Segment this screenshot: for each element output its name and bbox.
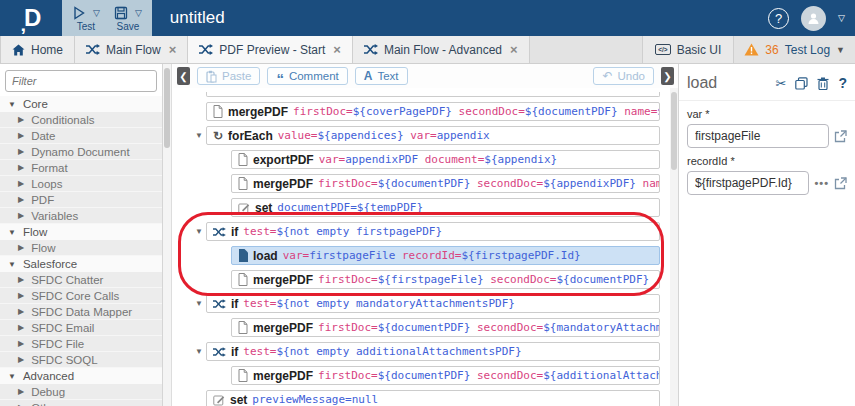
step-parameters: var=firstpageFile recordId=${firstpagePD… [283,249,581,262]
param-name: firstDoc= [293,105,353,118]
param-name: firstDoc= [318,369,378,382]
tree-item-loops[interactable]: ▶Loops [0,176,162,192]
cut-icon[interactable]: ✂ [776,76,787,91]
collapse-caret-icon[interactable]: ▼ [188,126,206,140]
chevron-right-icon: ▶ [18,387,24,396]
tree-item-label: SFDC File [31,338,84,350]
pdf-document-icon [238,153,248,166]
flow-step-partial[interactable] [206,92,660,97]
tree-item-other[interactable]: ▶Other [0,400,162,406]
avatar[interactable] [801,6,826,31]
step-parameters: var=appendixPDF document=${appendix} [319,153,557,166]
flow-step-mergePDF[interactable]: mergePDFfirstDoc=${documentPDF} secondDo… [231,174,660,193]
paste-button[interactable]: Paste [197,67,260,85]
collapse-caret-icon[interactable]: ▼ [188,342,206,356]
param-value: appendix [437,129,490,142]
tab-main-flow-advanced[interactable]: Main Flow - Advanced× [353,36,530,63]
close-icon[interactable]: × [333,42,341,57]
tree-item-sfdc-file[interactable]: ▶SFDC File [0,336,162,352]
step-name: exportPDF [253,153,314,167]
canvas-scrollbar-thumb[interactable] [671,92,677,170]
test-log-button[interactable]: 36 Test Log ▼ [734,36,855,63]
app-logo[interactable]: ‚D [0,0,62,36]
step-name: if [231,297,238,311]
tree-item-flow[interactable]: ▶Flow [0,240,162,256]
flow-step-forEach[interactable]: ↻forEachvalue=${appendices} var=appendix [206,126,660,145]
recordid-external-link-icon[interactable] [834,177,847,190]
step-inspector-panel: load ✂ ? var * recordId * ••• [678,64,855,406]
tree-item-sfdc-soql[interactable]: ▶SFDC SOQL [0,352,162,368]
tree-item-sfdc-core-calls[interactable]: ▶SFDC Core Calls [0,288,162,304]
save-dropdown-icon[interactable]: ▽ [135,8,142,18]
step-name: mergePDF [253,369,313,383]
test-button[interactable]: ▽ Test [72,0,100,36]
param-value: ${mandatoryAttachmentsPDF} [543,321,660,334]
user-menu-caret-icon[interactable]: ▽ [838,13,845,23]
comment-button[interactable]: “ Comment [267,67,347,85]
pdf-document-icon [238,273,248,286]
canvas-scrollbar[interactable] [670,88,678,406]
recordid-input[interactable] [687,171,809,195]
pdf-document-icon [213,105,223,118]
var-external-link-icon[interactable] [834,130,847,143]
tree-item-format[interactable]: ▶Format [0,160,162,176]
flow-step-load[interactable]: loadvar=firstpageFile recordId=${firstpa… [231,246,660,265]
flow-row [206,92,660,97]
flow-step-mergePDF[interactable]: mergePDFfirstDoc=${documentPDF} secondDo… [231,366,660,385]
tree-section-salesforce[interactable]: ▼Salesforce [0,256,162,272]
tree-item-pdf[interactable]: ▶PDF [0,192,162,208]
var-input[interactable] [687,124,829,148]
delete-icon[interactable] [817,77,829,90]
save-button[interactable]: ▽ Save [114,0,142,36]
branch-icon [213,347,226,357]
basic-ui-button[interactable]: </> Basic UI [642,36,734,63]
help-icon[interactable]: ? [768,8,789,29]
tree-item-dynamo-document[interactable]: ▶Dynamo Document [0,144,162,160]
flow-step-set[interactable]: setpreviewMessage=null [206,390,660,406]
copy-icon[interactable] [795,77,808,90]
flow-step-exportPDF[interactable]: exportPDFvar=appendixPDF document=${appe… [231,150,660,169]
tree-item-date[interactable]: ▶Date [0,128,162,144]
flow-step-if[interactable]: iftest=${not empty mandatoryAttachmentsP… [206,294,660,313]
inspector-help-icon[interactable]: ? [838,75,847,91]
flow-step-list: mergePDFfirstDoc=${coverPagePDF} secondD… [173,88,670,406]
tree-section-core[interactable]: ▼Core [0,96,162,112]
chevron-right-icon: ▶ [18,147,24,156]
tree-item-sfdc-chatter[interactable]: ▶SFDC Chatter [0,272,162,288]
flow-step-mergePDF[interactable]: mergePDFfirstDoc=${coverPagePDF} secondD… [206,102,660,121]
tree-item-sfdc-email[interactable]: ▶SFDC Email [0,320,162,336]
flow-step-if[interactable]: iftest=${not empty additionalAttachments… [206,342,660,361]
param-name: var= [283,249,310,262]
close-icon[interactable]: × [510,42,518,57]
sidebar-scrollbar[interactable] [163,64,172,406]
undo-button[interactable]: ↶ Undo [593,67,654,85]
param-value: ${appendixPDF} [543,177,636,190]
recordid-picker-ellipsis[interactable]: ••• [814,177,829,189]
step-parameters: test=${not empty mandatoryAttachmentsPDF… [243,297,515,310]
sidebar-scrollbar-thumb[interactable] [164,68,170,148]
tree-item-variables[interactable]: ▶Variables [0,208,162,224]
close-icon[interactable]: × [169,42,177,57]
filter-input[interactable] [5,70,157,92]
collapse-right-panel-icon[interactable]: ❯ [661,67,674,85]
flow-step-set[interactable]: setdocumentPDF=${tempPDF} [231,198,660,217]
flow-step-mergePDF[interactable]: mergePDFfirstDoc=${firstpageFile} second… [231,270,660,289]
param-value: ${documentPDF.title} [657,105,660,118]
tree-item-debug[interactable]: ▶Debug [0,384,162,400]
test-dropdown-icon[interactable]: ▽ [93,8,100,18]
collapse-caret-icon[interactable]: ▼ [188,294,206,308]
tab-home[interactable]: Home [0,36,75,63]
collapse-caret-icon[interactable]: ▼ [188,222,206,236]
tree-section-advanced[interactable]: ▼Advanced [0,368,162,384]
tree-item-conditionals[interactable]: ▶Conditionals [0,112,162,128]
flow-step-mergePDF[interactable]: mergePDFfirstDoc=${documentPDF} secondDo… [231,318,660,337]
tab-main-flow[interactable]: Main Flow× [75,36,188,63]
tab-pdf-preview-start[interactable]: PDF Preview - Start× [188,36,353,63]
param-name: document= [418,153,484,166]
tree-item-sfdc-data-mapper[interactable]: ▶SFDC Data Mapper [0,304,162,320]
collapse-left-panel-icon[interactable]: ❮ [177,67,190,85]
tree-item-label: PDF [31,194,54,206]
flow-step-if[interactable]: iftest=${not empty firstpagePDF} [206,222,660,241]
tree-section-flow[interactable]: ▼Flow [0,224,162,240]
text-button[interactable]: A Text [355,67,408,85]
